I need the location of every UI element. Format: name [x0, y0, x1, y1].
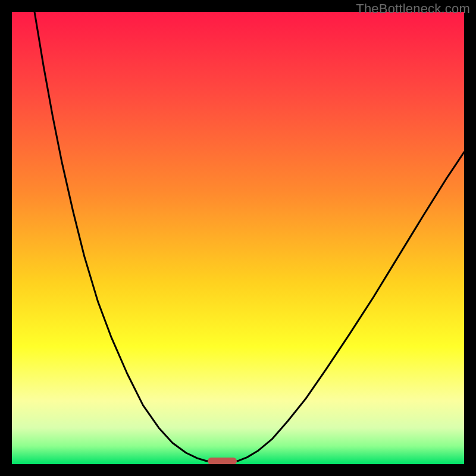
- valley-marker: [208, 458, 237, 464]
- chart-frame: TheBottleneck.com: [0, 0, 476, 476]
- plot-area: [12, 12, 464, 464]
- watermark-text: TheBottleneck.com: [356, 1, 470, 17]
- bottleneck-curve: [12, 12, 464, 464]
